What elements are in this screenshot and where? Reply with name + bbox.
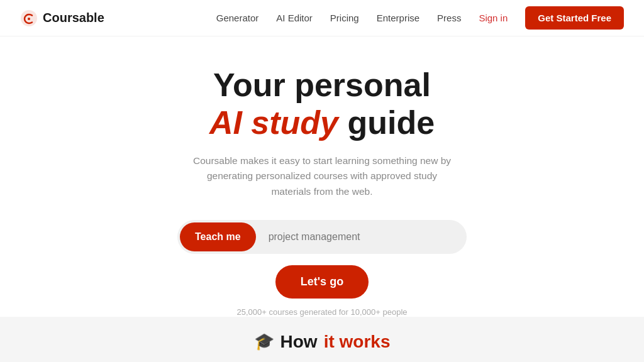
- nav-pricing[interactable]: Pricing: [330, 13, 359, 23]
- svg-point-1: [28, 18, 30, 20]
- hero-subtitle: Coursable makes it easy to start learnin…: [190, 153, 454, 200]
- stats-text: 25,000+ courses generated for 10,000+ pe…: [236, 307, 407, 317]
- how-section: 🎓 How it works: [0, 317, 644, 362]
- teach-me-button[interactable]: Teach me: [180, 222, 256, 251]
- nav-links: Generator AI Editor Pricing Enterprise P…: [216, 6, 624, 30]
- lets-go-button[interactable]: Let's go: [275, 265, 369, 299]
- how-title-ai: it works: [324, 332, 391, 352]
- get-started-button[interactable]: Get Started Free: [525, 6, 624, 30]
- hero-title-line2: AI study guide: [209, 104, 435, 142]
- hero-section: Your personal AI study guide Coursable m…: [0, 36, 644, 317]
- signin-link[interactable]: Sign in: [479, 13, 508, 23]
- hero-title-rest: guide: [338, 104, 435, 141]
- search-input[interactable]: [256, 222, 464, 251]
- logo-icon: [20, 9, 38, 27]
- how-title-container: 🎓 How it works: [254, 332, 391, 352]
- hero-title: Your personal AI study guide: [209, 67, 435, 142]
- graduation-icon: 🎓: [254, 332, 274, 351]
- search-bar: Teach me: [177, 220, 467, 254]
- nav-press[interactable]: Press: [437, 13, 461, 23]
- nav-enterprise[interactable]: Enterprise: [377, 13, 419, 23]
- brand-name: Coursable: [43, 11, 104, 25]
- how-title-prefix: How: [280, 332, 318, 352]
- nav-ai-editor[interactable]: AI Editor: [276, 13, 313, 23]
- navbar: Coursable Generator AI Editor Pricing En…: [0, 0, 644, 36]
- hero-title-line1: Your personal: [213, 67, 431, 103]
- hero-title-ai: AI study: [209, 104, 338, 141]
- nav-generator[interactable]: Generator: [216, 13, 259, 23]
- logo-link[interactable]: Coursable: [20, 9, 104, 27]
